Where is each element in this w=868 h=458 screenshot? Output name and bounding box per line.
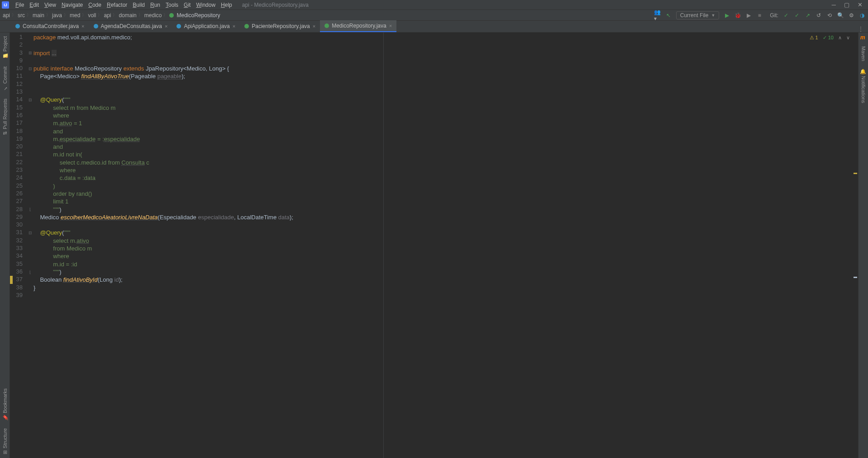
line-number[interactable]: 1 bbox=[10, 33, 23, 41]
close-tab-icon[interactable]: × bbox=[165, 24, 167, 29]
breadcrumb-item[interactable]: medico bbox=[144, 12, 162, 19]
code-line[interactable] bbox=[33, 221, 293, 229]
line-number-gutter[interactable]: 1239101112131415161718192021222324252627… bbox=[10, 33, 27, 458]
fold-marker[interactable] bbox=[27, 159, 33, 166]
build-hammer-icon[interactable]: ↖ bbox=[665, 12, 672, 19]
line-number[interactable]: 18 bbox=[10, 127, 23, 135]
breadcrumb-item[interactable]: api bbox=[104, 12, 111, 19]
tab-more-icon[interactable]: ⋮ bbox=[854, 26, 868, 32]
warning-mark[interactable] bbox=[854, 173, 857, 174]
code-line[interactable]: and bbox=[33, 143, 293, 151]
code-line[interactable]: ) bbox=[33, 182, 293, 190]
tab-pacienterepository[interactable]: PacienteRepository.java× bbox=[240, 20, 320, 32]
code-line[interactable] bbox=[33, 41, 293, 49]
tab-consultacontroller[interactable]: ConsultaController.java× bbox=[11, 20, 89, 32]
structure-tool[interactable]: ⊞Structure bbox=[0, 425, 10, 458]
breadcrumb-item[interactable]: main bbox=[33, 12, 44, 19]
line-number[interactable]: 24 bbox=[10, 174, 23, 182]
code-line[interactable]: public interface MedicoRepository extend… bbox=[33, 65, 293, 72]
line-number[interactable]: 12 bbox=[10, 80, 23, 88]
close-tab-icon[interactable]: × bbox=[313, 24, 315, 29]
line-number[interactable]: 17 bbox=[10, 119, 23, 127]
fold-marker[interactable] bbox=[27, 213, 33, 221]
project-tool[interactable]: 📁Project bbox=[0, 33, 10, 63]
git-update-icon[interactable]: ✓ bbox=[783, 12, 789, 19]
menu-refactor[interactable]: Refactor bbox=[104, 2, 130, 8]
fold-marker[interactable] bbox=[27, 198, 33, 205]
line-number[interactable]: 10 bbox=[10, 65, 23, 72]
menu-file[interactable]: File bbox=[13, 2, 27, 8]
menu-run[interactable]: Run bbox=[148, 2, 163, 8]
code-line[interactable]: m.ativo = 1 bbox=[33, 119, 293, 127]
code-line[interactable]: select m from Medico m bbox=[33, 104, 293, 112]
breadcrumb-item[interactable]: voll bbox=[88, 12, 96, 19]
line-number[interactable]: 15 bbox=[10, 104, 23, 112]
code-line[interactable]: """) bbox=[33, 268, 293, 276]
search-icon[interactable]: 🔍 bbox=[837, 12, 844, 19]
line-number[interactable]: 35 bbox=[10, 260, 23, 268]
menu-navigate[interactable]: Navigate bbox=[59, 2, 86, 8]
rollback-icon[interactable]: ⟲ bbox=[826, 12, 833, 19]
fold-marker[interactable] bbox=[27, 252, 33, 260]
line-number[interactable]: 9 bbox=[10, 57, 23, 65]
maven-tool[interactable]: m bbox=[858, 33, 868, 42]
line-number[interactable]: 33 bbox=[10, 245, 23, 252]
fold-marker[interactable] bbox=[27, 57, 33, 65]
code-line[interactable]: where bbox=[33, 112, 293, 119]
prev-highlight-icon[interactable]: ∧ bbox=[838, 35, 842, 41]
code-line[interactable]: Boolean findAtivoById(Long id); bbox=[33, 276, 293, 283]
notifications-tool[interactable]: 🔔Notifications bbox=[858, 65, 868, 107]
fold-marker[interactable] bbox=[27, 245, 33, 252]
fold-marker[interactable] bbox=[27, 151, 33, 158]
pull-requests-tool[interactable]: ⇅Pull Requests bbox=[0, 95, 10, 139]
menu-code[interactable]: Code bbox=[86, 2, 104, 8]
code-line[interactable]: from Medico m bbox=[33, 245, 293, 252]
fold-marker[interactable] bbox=[27, 33, 33, 41]
fold-marker[interactable] bbox=[27, 182, 33, 190]
line-number[interactable]: 26 bbox=[10, 190, 23, 198]
code-line[interactable]: } bbox=[33, 284, 293, 292]
run-config-selector[interactable]: Current File ▼ bbox=[676, 11, 720, 19]
fold-marker[interactable] bbox=[27, 127, 33, 135]
code-line[interactable] bbox=[33, 57, 293, 65]
warnings-badge[interactable]: 1 bbox=[810, 35, 818, 41]
tab-apiapplication[interactable]: ApiApplication.java× bbox=[172, 20, 240, 32]
fold-marker[interactable] bbox=[27, 292, 33, 299]
users-icon[interactable]: 👥▾ bbox=[654, 12, 661, 19]
close-tab-icon[interactable]: × bbox=[233, 24, 235, 29]
bookmarks-tool[interactable]: 🔖Bookmarks bbox=[0, 385, 10, 425]
breadcrumb-item[interactable]: med bbox=[70, 12, 80, 19]
code-line[interactable]: m.id = :id bbox=[33, 260, 293, 268]
close-tab-icon[interactable]: × bbox=[81, 24, 84, 29]
code-line[interactable]: Medico escolherMedicoAleatorioLivreNaDat… bbox=[33, 213, 293, 221]
menu-git[interactable]: Git bbox=[181, 2, 193, 8]
code-line[interactable]: select c.medico.id from Consulta c bbox=[33, 159, 293, 166]
line-number[interactable]: 3 bbox=[10, 49, 23, 57]
line-number[interactable]: 2 bbox=[10, 41, 23, 49]
code-line[interactable]: """) bbox=[33, 206, 293, 213]
maximize-icon[interactable]: ▢ bbox=[844, 1, 849, 8]
line-number[interactable]: 36 bbox=[10, 268, 23, 276]
code-line[interactable] bbox=[33, 80, 293, 88]
fold-marker[interactable] bbox=[27, 190, 33, 198]
fold-marker[interactable] bbox=[27, 260, 33, 268]
fold-marker[interactable] bbox=[27, 143, 33, 151]
line-number[interactable]: 20 bbox=[10, 143, 23, 151]
tab-medicorepository[interactable]: MedicoRepository.java× bbox=[320, 20, 396, 32]
code-line[interactable]: limit 1 bbox=[33, 198, 293, 205]
fold-marker[interactable] bbox=[27, 112, 33, 119]
fold-marker[interactable] bbox=[27, 221, 33, 229]
breadcrumb-item[interactable]: domain bbox=[119, 12, 136, 19]
code-line[interactable] bbox=[33, 292, 293, 299]
breadcrumb-item[interactable]: api bbox=[3, 12, 10, 19]
line-number[interactable]: 16 bbox=[10, 112, 23, 119]
fold-marker[interactable] bbox=[27, 276, 33, 283]
fold-marker[interactable]: ⌊ bbox=[27, 206, 33, 213]
menu-build[interactable]: Build bbox=[130, 2, 148, 8]
code-line[interactable]: and bbox=[33, 127, 293, 135]
line-number[interactable]: 31 bbox=[10, 229, 23, 236]
error-stripe[interactable] bbox=[853, 33, 858, 458]
menu-tools[interactable]: Tools bbox=[163, 2, 181, 8]
line-number[interactable]: 39 bbox=[10, 292, 23, 299]
close-icon[interactable]: ✕ bbox=[858, 1, 863, 8]
